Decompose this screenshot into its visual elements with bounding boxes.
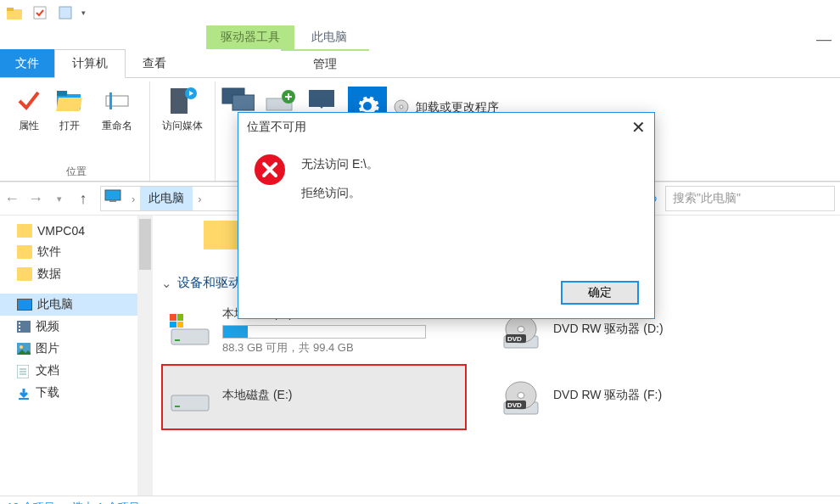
recent-dropdown-icon[interactable]: ▾ — [48, 187, 71, 210]
svg-rect-19 — [109, 200, 116, 202]
pc-icon — [104, 189, 123, 208]
sidebar-item-label: 此电脑 — [37, 297, 73, 312]
ok-button[interactable]: 确定 — [561, 281, 639, 305]
sidebar-item-label: VMPC04 — [37, 224, 85, 238]
svg-rect-32 — [175, 339, 180, 341]
svg-point-40 — [518, 327, 524, 333]
up-button[interactable]: ↑ — [71, 187, 95, 210]
drive-name: DVD RW 驱动器 (D:) — [553, 322, 789, 337]
sidebar-item-videos[interactable]: 视频 — [0, 316, 137, 338]
svg-rect-37 — [177, 322, 183, 328]
minimize-button[interactable]: — — [816, 31, 832, 48]
picture-icon — [17, 343, 31, 355]
dialog-line2: 拒绝访问。 — [301, 179, 378, 208]
svg-rect-12 — [232, 95, 255, 110]
ribbon-open-label: 打开 — [59, 119, 80, 133]
svg-rect-35 — [177, 314, 183, 321]
tab-manage[interactable]: 管理 — [281, 49, 369, 77]
tab-view[interactable]: 查看 — [126, 49, 183, 77]
pc-icon — [17, 299, 32, 311]
status-item-count: 10 个项目 — [7, 500, 55, 505]
svg-rect-23 — [19, 329, 20, 331]
drive-sub: 88.3 GB 可用，共 99.4 GB — [222, 340, 458, 356]
tab-file[interactable]: 文件 — [0, 49, 54, 77]
quick-access-toolbar: ▾ — [0, 0, 840, 25]
sidebar-item-pictures[interactable]: 图片 — [0, 338, 137, 360]
svg-rect-31 — [171, 329, 209, 344]
folder-icon — [17, 245, 32, 259]
rename-icon — [102, 85, 132, 115]
explorer-icon — [5, 3, 24, 22]
svg-text:DVD: DVD — [507, 335, 522, 343]
sidebar-item-label: 图片 — [36, 341, 59, 356]
download-icon — [17, 387, 31, 399]
svg-rect-1 — [7, 8, 14, 11]
drive-name: 本地磁盘 (E:) — [222, 388, 458, 403]
folder-icon — [17, 267, 32, 281]
sidebar-item-label: 软件 — [37, 244, 61, 260]
sidebar-item-documents[interactable]: 文档 — [0, 360, 137, 382]
svg-point-47 — [518, 393, 524, 399]
svg-rect-44 — [175, 406, 180, 407]
ribbon-properties[interactable]: 属性 — [8, 81, 49, 133]
ribbon-properties-label: 属性 — [19, 119, 39, 133]
close-button[interactable]: ✕ — [631, 117, 646, 137]
chevron-right-icon[interactable]: › — [193, 193, 206, 205]
qat-dropdown-icon[interactable]: ▾ — [81, 8, 86, 17]
sidebar-scrollbar[interactable] — [137, 216, 153, 496]
scroll-thumb[interactable] — [139, 219, 151, 270]
forward-button[interactable]: → — [24, 187, 48, 210]
window-title: 此电脑 — [294, 25, 364, 49]
open-folder-icon — [54, 85, 85, 115]
sidebar-item-data[interactable]: 数据 — [0, 263, 137, 285]
search-input[interactable]: 搜索"此电脑" — [665, 186, 835, 211]
svg-point-17 — [400, 105, 403, 109]
sidebar-item-this-pc[interactable]: 此电脑 — [0, 294, 137, 316]
ribbon-open[interactable]: 打开 — [49, 81, 90, 133]
sidebar-item-vmpc04[interactable]: VMPC04 — [0, 221, 137, 241]
folder-icon — [204, 221, 238, 249]
sidebar-item-label: 文档 — [36, 363, 59, 378]
sidebar-item-label: 视频 — [36, 319, 59, 334]
ribbon-rename[interactable]: 重命名 — [90, 81, 144, 133]
sidebar-item-downloads[interactable]: 下载 — [0, 382, 137, 404]
svg-rect-36 — [170, 322, 176, 328]
svg-rect-8 — [109, 92, 112, 109]
drive-e[interactable]: 本地磁盘 (E:) — [161, 364, 467, 430]
svg-rect-22 — [19, 326, 20, 328]
folder-icon — [17, 224, 32, 238]
ribbon-access-media[interactable]: 访问媒体 — [155, 81, 210, 133]
chevron-right-icon[interactable]: › — [126, 193, 140, 205]
dvd-icon: DVD — [501, 380, 541, 414]
back-button[interactable]: ← — [0, 187, 24, 210]
contextual-tab-header: 驱动器工具 — [206, 25, 294, 49]
svg-rect-43 — [171, 395, 209, 411]
sidebar: VMPC04 软件 数据 此电脑 视频 图片 文档 下载 — [0, 216, 153, 496]
hdd-icon — [170, 380, 210, 414]
drive-f-dvd[interactable]: DVD DVD RW 驱动器 (F:) — [492, 364, 798, 430]
error-icon — [254, 154, 286, 186]
svg-rect-7 — [106, 96, 128, 106]
status-bar: 10 个项目 选中 1 个项目 — [0, 496, 840, 504]
svg-rect-3 — [59, 7, 71, 19]
svg-rect-34 — [170, 314, 176, 321]
ribbon-rename-label: 重命名 — [102, 119, 132, 133]
media-server-icon — [167, 85, 198, 115]
ribbon-group-location: 位置 — [66, 163, 87, 181]
svg-rect-6 — [56, 98, 82, 111]
sidebar-item-software[interactable]: 软件 — [0, 241, 137, 263]
tab-computer[interactable]: 计算机 — [54, 49, 126, 78]
svg-rect-18 — [105, 190, 120, 200]
title-row: 驱动器工具 此电脑 — — [0, 25, 840, 49]
video-icon — [17, 321, 31, 333]
status-selected-count: 选中 1 个项目 — [72, 500, 139, 505]
svg-rect-2 — [34, 7, 46, 19]
qat-properties-icon[interactable] — [31, 3, 49, 22]
sidebar-item-label: 下载 — [36, 385, 59, 400]
chevron-down-icon: ⌄ — [161, 276, 172, 291]
error-dialog: 位置不可用 ✕ 无法访问 E:\。 拒绝访问。 确定 — [238, 112, 655, 319]
qat-new-icon[interactable] — [56, 3, 75, 22]
breadcrumb-this-pc[interactable]: 此电脑 — [140, 187, 193, 210]
dvd-icon: DVD — [501, 314, 541, 348]
drive-usage-bar — [222, 325, 426, 339]
